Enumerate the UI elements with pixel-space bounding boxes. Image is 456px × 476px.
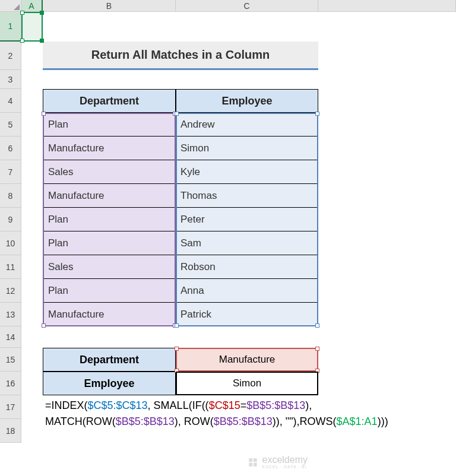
row-header-2[interactable]: 2	[0, 42, 21, 70]
cell-C13[interactable]: Patrick	[176, 303, 318, 326]
formula-token: )), ""),ROWS(	[273, 415, 337, 427]
cell-C5[interactable]: Andrew	[176, 113, 318, 137]
formula-display[interactable]: =INDEX($C$5:$C$13, SMALL(IF(($C$15=$B$5:…	[43, 395, 456, 443]
col-header-C[interactable]: C	[176, 0, 318, 12]
cell-C11[interactable]: Robson	[176, 255, 318, 279]
cell-B6[interactable]: Manufacture	[43, 137, 176, 160]
col-header-A[interactable]: A	[21, 0, 43, 12]
row-header-3[interactable]: 3	[0, 70, 21, 89]
formula-token: $B$5:$B$13	[214, 415, 273, 427]
formula-token: =INDEX(	[45, 399, 88, 411]
formula-token: , SMALL(IF((	[148, 399, 209, 411]
row-header-9[interactable]: 9	[0, 208, 21, 231]
cell-B13[interactable]: Manufacture	[43, 303, 176, 326]
col-header-blank[interactable]	[318, 0, 456, 12]
row-header-8[interactable]: 8	[0, 184, 21, 208]
select-all-corner[interactable]	[0, 0, 21, 12]
row-header-16[interactable]: 16	[0, 372, 21, 395]
formula-token: ),	[305, 399, 312, 411]
formula-token: $B$5:$B$13	[116, 415, 175, 427]
lookup-emp-value[interactable]: Simon	[176, 372, 318, 395]
formula-token: MATCH(ROW(	[45, 415, 116, 427]
cell-C10[interactable]: Sam	[176, 231, 318, 255]
watermark: exceldemy EXCEL · DATA · BI	[247, 455, 308, 469]
formula-token: $A$1:A1	[337, 415, 378, 427]
row-header-11[interactable]: 11	[0, 255, 21, 279]
row-header-17[interactable]: 17	[0, 395, 21, 419]
row-header-1[interactable]: 1	[0, 12, 21, 42]
row-header-5[interactable]: 5	[0, 113, 21, 137]
formula-token: $B$5:$B$13	[246, 399, 305, 411]
formula-token: =	[240, 399, 247, 411]
formula-token: $C$15	[209, 399, 240, 411]
watermark-icon	[247, 456, 259, 468]
col-header-B[interactable]: B	[43, 0, 176, 12]
lookup-emp-label[interactable]: Employee	[43, 372, 176, 395]
header-department[interactable]: Department	[43, 89, 176, 113]
row-header-12[interactable]: 12	[0, 279, 21, 303]
cell-A1-active[interactable]	[21, 12, 43, 42]
cell-C9[interactable]: Peter	[176, 208, 318, 231]
row-header-6[interactable]: 6	[0, 137, 21, 160]
cell-C12[interactable]: Anna	[176, 279, 318, 303]
cell-C8[interactable]: Thomas	[176, 184, 318, 208]
cell-B9[interactable]: Plan	[43, 208, 176, 231]
cell-B8[interactable]: Manufacture	[43, 184, 176, 208]
row-header-15[interactable]: 15	[0, 348, 21, 372]
watermark-title: exceldemy	[262, 455, 308, 465]
formula-token: $C$5:$C$13	[88, 399, 148, 411]
lookup-dept-value[interactable]: Manufacture	[176, 348, 318, 372]
cell-B11[interactable]: Sales	[43, 255, 176, 279]
cell-B12[interactable]: Plan	[43, 279, 176, 303]
row-header-13[interactable]: 13	[0, 303, 21, 326]
row-header-4[interactable]: 4	[0, 89, 21, 113]
row-header-14[interactable]: 14	[0, 326, 21, 348]
row-header-10[interactable]: 10	[0, 231, 21, 255]
cell-B10[interactable]: Plan	[43, 231, 176, 255]
spreadsheet-grid[interactable]: A B C 1 2 3 4 5 6 7 8 9 10 11 12 13 14 1…	[0, 0, 456, 443]
formula-token: )))	[378, 415, 388, 427]
cell-B7[interactable]: Sales	[43, 160, 176, 184]
lookup-dept-label[interactable]: Department	[43, 348, 176, 372]
row-header-7[interactable]: 7	[0, 160, 21, 184]
watermark-sub: EXCEL · DATA · BI	[262, 465, 308, 469]
cell-C7[interactable]: Kyle	[176, 160, 318, 184]
formula-token: ), ROW(	[175, 415, 214, 427]
cell-C6[interactable]: Simon	[176, 137, 318, 160]
page-title: Return All Matches in a Column	[43, 42, 318, 70]
header-employee[interactable]: Employee	[176, 89, 318, 113]
cell-B5[interactable]: Plan	[43, 113, 176, 137]
row-header-18[interactable]: 18	[0, 419, 21, 443]
